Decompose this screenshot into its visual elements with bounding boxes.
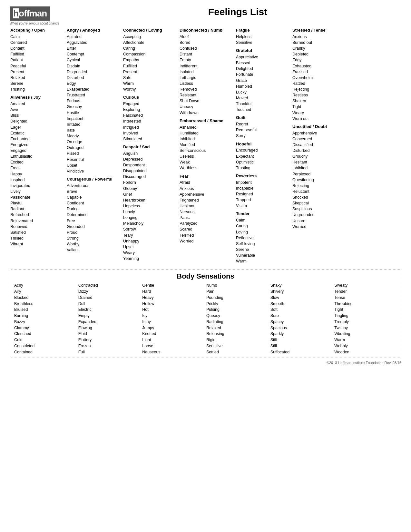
feeling-word: Worried: [180, 238, 231, 244]
feeling-word: Warm: [123, 81, 175, 86]
feeling-word: Present: [123, 69, 175, 75]
feeling-word: Irate: [67, 127, 119, 133]
body-sensation-word: Fluid: [78, 331, 141, 337]
feeling-word: Loving: [236, 229, 288, 235]
feeling-word: Empty: [180, 57, 231, 63]
body-sensation-word: Settled: [206, 349, 269, 355]
feeling-word: Anxious: [180, 186, 231, 192]
feeling-word: Relaxed: [10, 75, 62, 81]
body-sensation-word: Trembly: [334, 319, 397, 325]
body-sensation-word: Spacey: [270, 319, 333, 325]
feeling-word: Frustrated: [67, 92, 119, 98]
body-sensation-word: Drained: [78, 295, 141, 301]
feeling-word: Ecstatic: [10, 130, 62, 136]
feeling-word: Involved: [123, 130, 175, 136]
feeling-word: Renewed: [10, 224, 62, 230]
feeling-word: Inhibited: [180, 136, 231, 142]
bs-col-4: NumbPainPoundingPricklyPulsingQueasyRadi…: [206, 282, 269, 355]
category-header: Unsettled / Doubt: [292, 124, 344, 130]
feeling-word: Pissed: [67, 151, 119, 156]
feeling-word: Worthy: [123, 86, 175, 92]
feeling-word: Dissatisfied: [292, 142, 344, 148]
feeling-word: Fascinated: [123, 113, 175, 118]
body-sensation-word: Fluttery: [78, 337, 141, 343]
body-sensation-word: Rigid: [206, 337, 269, 343]
feeling-word: Remorseful: [236, 127, 288, 133]
body-sensation-word: Numb: [206, 282, 269, 289]
feeling-word: Grouchy: [292, 153, 344, 159]
feeling-word: Adventurous: [67, 183, 119, 189]
feeling-word: Agitated: [67, 34, 119, 40]
body-sensation-word: Achy: [14, 282, 77, 289]
feeling-word: Ashamed: [180, 124, 231, 130]
category-header: Fear: [180, 174, 231, 179]
feeling-word: Safe: [123, 75, 175, 81]
feeling-word: Aloof: [180, 34, 231, 40]
feeling-word: Depressed: [123, 156, 175, 162]
feeling-word: Humiliated: [180, 130, 231, 136]
body-sensation-word: Burning: [14, 313, 77, 319]
feeling-word: Daring: [67, 206, 119, 212]
feeling-word: Humbled: [236, 84, 288, 89]
feeling-word: Worthless: [180, 165, 231, 171]
feeling-word: Yearning: [123, 256, 175, 261]
body-sensation-word: Warm: [334, 337, 397, 343]
body-sensation-word: Sore: [270, 313, 333, 319]
body-sensation-word: Tingling: [334, 313, 397, 319]
feeling-word: Rejuvenated: [10, 218, 62, 224]
feeling-word: Enthusiastic: [10, 153, 62, 159]
feeling-word: Caring: [236, 223, 288, 229]
feeling-word: Intrigued: [123, 124, 175, 130]
feeling-word: Mortified: [180, 142, 231, 148]
body-sensation-word: Wobbly: [334, 343, 397, 349]
body-sensation-word: Clenched: [14, 331, 77, 337]
page-header: hoffman When you're serious about change…: [10, 6, 401, 25]
feeling-word: Sensitive: [236, 40, 288, 45]
feeling-word: Outraged: [67, 145, 119, 151]
feeling-word: Edgy: [67, 81, 119, 86]
bs-col-2: ContractedDizzyDrainedDullElectricEmptyE…: [78, 282, 141, 355]
feeling-word: Hesitant: [180, 203, 231, 209]
feeling-word: Awe: [10, 107, 62, 113]
feelings-col-3: Connected / LovingAcceptingAffectionateC…: [122, 28, 176, 264]
feeling-word: On edge: [67, 139, 119, 145]
feeling-word: Impatient: [67, 116, 119, 122]
feeling-word: Longing: [123, 215, 175, 221]
feeling-word: Accepting: [123, 34, 175, 40]
feeling-word: Perplexed: [292, 171, 344, 177]
feeling-word: Trapped: [236, 197, 288, 203]
feeling-word: Delighted: [10, 118, 62, 124]
feeling-word: Free: [10, 165, 62, 171]
feeling-word: Bitter: [67, 45, 119, 51]
logo-box: hoffman: [10, 6, 50, 21]
feeling-word: Anxious: [292, 34, 344, 40]
feeling-word: Energized: [10, 142, 62, 148]
page-title: Feelings List: [74, 6, 401, 17]
category-header: Embarrassed / Shame: [180, 118, 231, 124]
feeling-word: Grouchy: [67, 104, 119, 110]
feeling-word: Vulnerable: [236, 252, 288, 258]
feeling-word: Worn out: [292, 116, 344, 122]
body-sensation-word: Twitchy: [334, 325, 397, 331]
feeling-word: Impotent: [236, 180, 288, 185]
feeling-word: Passionate: [10, 194, 62, 200]
feeling-word: Encouraged: [236, 147, 288, 153]
feeling-word: Helpless: [236, 34, 288, 40]
body-sensation-word: Contracted: [78, 282, 141, 289]
body-sensation-word: Breathless: [14, 301, 77, 307]
body-sensations-section: Body Sensations AchyAiryBlockedBreathles…: [10, 269, 401, 358]
category-header: Connected / Loving: [123, 28, 175, 33]
feeling-word: Sorry: [236, 133, 288, 139]
category-header: Angry / Annoyed: [67, 28, 119, 33]
feeling-word: Refreshed: [10, 212, 62, 218]
feeling-word: Expectant: [236, 153, 288, 159]
feeling-word: Thankful: [236, 101, 288, 107]
feeling-word: Grounded: [67, 224, 119, 230]
feeling-word: Sorrow: [123, 226, 175, 232]
body-sensation-word: Frozen: [78, 343, 141, 349]
body-sensation-word: Bruised: [14, 307, 77, 313]
feeling-word: Proud: [67, 230, 119, 235]
body-sensation-word: Tense: [334, 295, 397, 301]
category-header: Accepting / Open: [10, 28, 62, 33]
bs-col-6: SweatyTenderTenseThrobbingTightTinglingT…: [334, 282, 397, 355]
